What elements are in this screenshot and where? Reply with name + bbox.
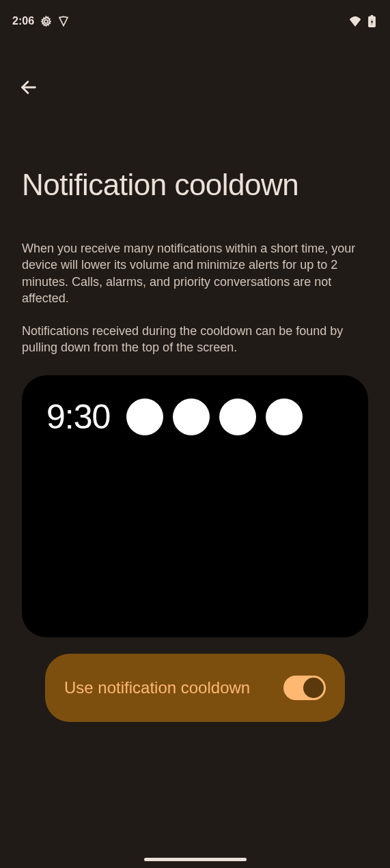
preview-time: 9:30 (46, 397, 110, 437)
status-time: 2:06 (12, 15, 34, 27)
notification-dot (126, 399, 163, 435)
notification-dot (266, 399, 303, 435)
settings-icon (40, 15, 52, 27)
status-bar-left: 2:06 (12, 15, 70, 27)
page-title: Notification cooldown (22, 168, 368, 202)
preview-card: 9:30 (22, 375, 368, 637)
toggle-knob (303, 678, 324, 698)
arrow-left-icon (19, 78, 38, 97)
preview-notification-dots (126, 399, 303, 435)
home-indicator[interactable] (144, 858, 247, 861)
notification-dot (173, 399, 210, 435)
battery-icon (365, 15, 378, 27)
status-bar: 2:06 (0, 0, 390, 34)
toggle-card[interactable]: Use notification cooldown (45, 654, 345, 722)
description-paragraph-2: Notifications received during the cooldo… (22, 323, 368, 356)
back-button[interactable] (16, 75, 41, 100)
wifi-icon (349, 15, 361, 27)
toggle-switch[interactable] (283, 676, 326, 700)
page-content: Notification cooldown When you receive m… (0, 168, 390, 722)
shield-icon (57, 15, 70, 27)
notification-dot (219, 399, 256, 435)
status-bar-right (349, 15, 378, 27)
svg-point-0 (44, 20, 48, 23)
nav-bar (0, 34, 390, 100)
svg-rect-2 (370, 15, 373, 17)
preview-row: 9:30 (46, 397, 344, 437)
toggle-label: Use notification cooldown (64, 677, 250, 699)
description-paragraph-1: When you receive many notifications with… (22, 240, 368, 306)
